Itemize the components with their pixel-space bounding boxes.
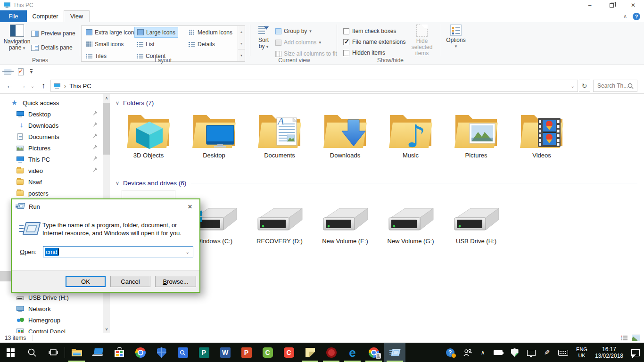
taskbar-edge[interactable]: e bbox=[342, 343, 363, 362]
layout-gallery-scroll[interactable]: ▲ ▼ ▼ bbox=[238, 26, 245, 61]
folder-tile-documents[interactable]: A Documents bbox=[253, 108, 306, 159]
tab-view[interactable]: View bbox=[64, 10, 90, 22]
taskbar-pc-app[interactable] bbox=[87, 343, 108, 362]
taskbar-file-explorer[interactable] bbox=[66, 343, 87, 362]
folder-tile-music[interactable]: ♪ Music bbox=[384, 108, 438, 159]
folder-tile-videos[interactable]: Videos bbox=[515, 108, 569, 159]
search-box[interactable] bbox=[593, 80, 637, 92]
file-name-extensions-box[interactable] bbox=[343, 39, 349, 45]
hidden-items-box[interactable] bbox=[343, 50, 349, 56]
drive-tile-recovery-d[interactable]: RECOVERY (D:) bbox=[253, 189, 306, 245]
large-icons-view-button[interactable] bbox=[632, 335, 640, 341]
navigation-pane-button[interactable]: Navigation pane ▾ bbox=[4, 25, 30, 51]
get-help-tray[interactable]: ? bbox=[442, 343, 459, 362]
drive-tile-new-volume-g[interactable]: New Volume (G:) bbox=[384, 189, 438, 245]
pen-tray[interactable]: ✎ bbox=[540, 343, 554, 362]
folder-tile-pictures[interactable]: Pictures bbox=[449, 108, 503, 159]
hide-selected-items-button[interactable]: Hide selected items bbox=[406, 25, 438, 57]
taskbar-camtasia[interactable]: C bbox=[257, 343, 278, 362]
file-name-extensions-checkbox[interactable]: File name extensions bbox=[343, 37, 405, 47]
item-check-boxes-checkbox[interactable]: Item check boxes bbox=[343, 26, 396, 36]
taskbar-store[interactable] bbox=[108, 343, 130, 362]
close-button[interactable]: ✕ bbox=[622, 0, 644, 10]
layout-details[interactable]: Details bbox=[186, 39, 217, 49]
scrollbar-thumb[interactable] bbox=[103, 103, 110, 155]
folder-tile-desktop[interactable]: Desktop bbox=[187, 108, 241, 159]
taskbar-word[interactable]: W bbox=[215, 343, 236, 362]
collapse-ribbon-icon[interactable]: ∧ bbox=[623, 13, 627, 19]
help-icon[interactable]: ? bbox=[633, 13, 640, 20]
clock[interactable]: 16:17 13/02/2018 bbox=[591, 343, 627, 362]
taskbar-run-active[interactable] bbox=[384, 343, 405, 362]
run-close-button[interactable]: ✕ bbox=[181, 199, 199, 214]
options-button[interactable]: Options ▾ bbox=[444, 25, 468, 49]
folder-tile-downloads[interactable]: Downloads bbox=[318, 108, 372, 159]
network-tray[interactable] bbox=[523, 343, 540, 362]
back-button[interactable]: ← bbox=[4, 78, 16, 93]
sidebar-item-nswf[interactable]: Nswf bbox=[0, 176, 103, 188]
scroll-up-icon[interactable]: ∧ bbox=[103, 94, 110, 102]
sidebar-item-pictures[interactable]: Pictures bbox=[0, 142, 103, 154]
folder-tile-3d-objects[interactable]: 3D Objects bbox=[122, 108, 175, 159]
taskbar-search-button[interactable] bbox=[21, 343, 42, 362]
collapse-section-icon[interactable]: ∨ bbox=[116, 180, 119, 186]
sidebar-item-documents[interactable]: Documents bbox=[0, 131, 103, 142]
taskbar-defender[interactable] bbox=[151, 343, 172, 362]
search-input[interactable] bbox=[597, 82, 627, 89]
devices-section-header[interactable]: ∨ Devices and drives (6) bbox=[116, 178, 637, 188]
start-button[interactable] bbox=[0, 343, 21, 362]
sidebar-item-homegroup[interactable]: Homegroup bbox=[0, 314, 103, 326]
taskbar-camtasia-recorder[interactable]: C bbox=[278, 343, 299, 362]
sidebar-item-downloads[interactable]: ← Downloads bbox=[0, 120, 103, 131]
sidebar-item-quick-access[interactable]: ★ Quick access bbox=[0, 97, 103, 108]
open-input-value[interactable]: cmd bbox=[45, 248, 58, 256]
forward-button[interactable]: → bbox=[17, 78, 28, 93]
action-center-button[interactable] bbox=[627, 343, 644, 362]
battery-tray[interactable] bbox=[489, 343, 507, 362]
breadcrumb[interactable]: This PC bbox=[69, 82, 91, 90]
language-indicator[interactable]: ENG UK bbox=[572, 343, 591, 362]
sort-by-button[interactable]: Sort by ▾ bbox=[254, 25, 273, 50]
touch-keyboard-tray[interactable] bbox=[554, 343, 572, 362]
details-view-button[interactable] bbox=[620, 335, 628, 341]
up-button[interactable]: ↑ bbox=[38, 78, 49, 93]
tab-file[interactable]: File bbox=[0, 10, 27, 22]
layout-medium-icons[interactable]: Medium icons bbox=[186, 27, 235, 38]
combo-dropdown-icon[interactable]: ⌄ bbox=[186, 249, 190, 255]
details-pane-button[interactable]: Details pane bbox=[31, 42, 73, 53]
taskbar-powerpoint[interactable]: P bbox=[236, 343, 257, 362]
refresh-button[interactable]: ↻ bbox=[579, 80, 590, 92]
new-folder-icon[interactable] bbox=[18, 68, 24, 75]
group-by-button[interactable]: Group by ▾ bbox=[275, 26, 312, 36]
open-combobox[interactable]: cmd ⌄ bbox=[43, 246, 193, 257]
layout-large-icons-selected[interactable]: Large icons bbox=[134, 27, 178, 38]
taskbar-magnifier-app[interactable] bbox=[172, 343, 193, 362]
minimize-button[interactable]: – bbox=[579, 0, 601, 10]
layout-list[interactable]: List bbox=[134, 39, 157, 49]
recent-locations-icon[interactable]: ⌄ bbox=[28, 78, 37, 93]
tab-computer[interactable]: Computer bbox=[27, 10, 64, 22]
sidebar-item-network[interactable]: Network bbox=[0, 303, 103, 314]
collapse-section-icon[interactable]: ∨ bbox=[116, 100, 119, 106]
taskbar-adobe-cc[interactable] bbox=[321, 343, 342, 362]
defender-status-tray[interactable]: ▾ bbox=[507, 343, 523, 362]
task-view-button[interactable] bbox=[42, 343, 64, 362]
add-columns-button[interactable]: Add columns ▾ bbox=[275, 37, 321, 48]
layout-extra-large-icons[interactable]: Extra large icons bbox=[83, 27, 139, 38]
sidebar-item-posters[interactable]: posters bbox=[0, 188, 103, 199]
people-tray[interactable] bbox=[459, 343, 477, 362]
folders-section-header[interactable]: ∨ Folders (7) bbox=[116, 98, 637, 107]
sidebar-item-this-pc[interactable]: This PC bbox=[0, 154, 103, 165]
customize-toolbar-icon[interactable]: ▾ bbox=[30, 69, 33, 74]
address-dropdown-icon[interactable]: ⌄ bbox=[571, 83, 575, 89]
drive-tile-usb-h[interactable]: USB Drive (H:) bbox=[449, 189, 503, 245]
browse-button[interactable]: Browse... bbox=[155, 276, 196, 287]
gallery-scroll-up-icon[interactable]: ▲ bbox=[238, 26, 245, 38]
properties-icon[interactable] bbox=[4, 69, 11, 74]
sidebar-item-desktop[interactable]: Desktop bbox=[0, 108, 103, 120]
taskbar-chrome[interactable] bbox=[363, 343, 384, 362]
tray-overflow[interactable]: ∧ bbox=[477, 343, 489, 362]
taskbar-sticky-notes[interactable] bbox=[299, 343, 321, 362]
layout-small-icons[interactable]: Small icons bbox=[83, 39, 126, 49]
ok-button[interactable]: OK bbox=[66, 276, 106, 287]
